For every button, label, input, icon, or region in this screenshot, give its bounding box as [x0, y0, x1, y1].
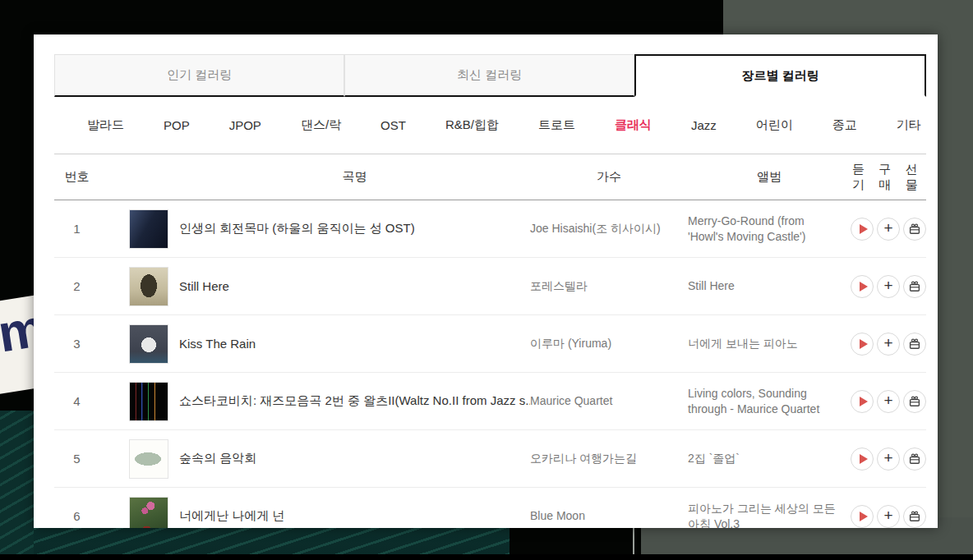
- song-title[interactable]: Kiss The Rain: [179, 337, 530, 351]
- gift-button[interactable]: [903, 505, 926, 528]
- purchase-button[interactable]: +: [877, 505, 900, 528]
- play-icon: [860, 339, 868, 349]
- album-art-cell: [99, 324, 179, 364]
- table-row: 2 Still Here 포레스텔라 Still Here +: [54, 258, 926, 315]
- add-icon: +: [883, 278, 892, 293]
- tab-genre-coloring[interactable]: 장르별 컬러링: [634, 54, 926, 97]
- header-gift: 선물: [906, 162, 926, 193]
- table-row: 3 Kiss The Rain 이루마 (Yiruma) 너에게 보내는 피아노…: [54, 315, 926, 373]
- listen-button[interactable]: [851, 333, 874, 356]
- gift-icon: [909, 511, 920, 522]
- purchase-button[interactable]: +: [877, 448, 900, 470]
- header-listen: 듣기: [852, 162, 873, 193]
- listen-button[interactable]: [851, 275, 874, 298]
- play-icon: [860, 512, 868, 521]
- gift-button[interactable]: [903, 448, 926, 470]
- genre-etc[interactable]: 기타: [877, 117, 938, 133]
- song-album[interactable]: 2집 `졸업`: [688, 451, 851, 466]
- tab-latest-coloring[interactable]: 최신 컬러링: [344, 54, 634, 97]
- header-title: 곡명: [179, 169, 530, 185]
- song-title[interactable]: 숲속의 음악회: [179, 451, 530, 466]
- gift-button[interactable]: [903, 333, 926, 356]
- gift-icon: [909, 453, 920, 465]
- album-art: [129, 324, 168, 364]
- genre-dance-rock[interactable]: 댄스/락: [281, 117, 361, 133]
- purchase-button[interactable]: +: [877, 218, 900, 241]
- song-actions: +: [851, 390, 926, 413]
- album-art: [129, 382, 168, 421]
- gift-button[interactable]: [903, 390, 926, 413]
- gift-icon: [909, 338, 920, 350]
- song-album[interactable]: 피아노가 그리는 세상의 모든 아침 Vol.3: [688, 501, 851, 528]
- genre-ballad[interactable]: 발라드: [67, 117, 144, 133]
- listen-button[interactable]: [851, 448, 874, 470]
- album-art-cell: [99, 382, 179, 421]
- genre-jazz[interactable]: Jazz: [671, 118, 736, 132]
- header-actions: 듣기 구매 선물: [851, 162, 926, 193]
- backdrop-teal-left: [0, 411, 34, 560]
- play-icon: [860, 454, 868, 464]
- song-album[interactable]: Merry-Go-Round (from 'Howl's Moving Cast…: [688, 213, 851, 245]
- header-number: 번호: [54, 169, 99, 185]
- song-title[interactable]: 너에게난 나에게 넌: [179, 508, 530, 524]
- genre-religion[interactable]: 종교: [813, 117, 877, 133]
- gift-button[interactable]: [903, 275, 926, 298]
- song-artist[interactable]: 포레스텔라: [530, 278, 688, 294]
- song-rank: 6: [54, 509, 99, 523]
- backdrop-black-strip: [0, 554, 973, 560]
- song-title[interactable]: Still Here: [179, 279, 530, 293]
- song-album[interactable]: Still Here: [688, 278, 851, 294]
- song-list: 1 인생의 회전목마 (하울의 움직이는 성 OST) Joe Hisaishi…: [54, 200, 926, 528]
- add-icon: +: [883, 450, 892, 466]
- song-artist[interactable]: 이루마 (Yiruma): [530, 336, 688, 351]
- header-artist: 가수: [530, 169, 688, 185]
- purchase-button[interactable]: +: [877, 275, 900, 298]
- song-album[interactable]: Living colors, Sounding through - Mauric…: [688, 386, 851, 417]
- song-artist[interactable]: 오카리나 여행가는길: [530, 451, 688, 466]
- genre-filter-bar: 발라드 POP JPOP 댄스/락 OST R&B/힙합 트로트 클래식 Jaz…: [54, 97, 926, 154]
- song-actions: +: [851, 448, 926, 470]
- album-art-cell: [99, 497, 179, 529]
- song-rank: 4: [54, 394, 99, 408]
- song-artist[interactable]: Blue Moon: [530, 508, 688, 524]
- song-title[interactable]: 쇼스타코비치: 재즈모음곡 2번 중 왈츠II(Waltz No.II from…: [179, 393, 530, 409]
- album-art: [129, 439, 168, 479]
- purchase-button[interactable]: +: [877, 390, 900, 413]
- tab-bar: 인기 컬러링 최신 컬러링 장르별 컬러링: [54, 54, 926, 97]
- play-icon: [860, 224, 868, 234]
- add-icon: +: [883, 220, 892, 236]
- song-rank: 2: [54, 279, 99, 293]
- genre-rnb-hiphop[interactable]: R&B/힙합: [426, 117, 519, 133]
- table-row: 4 쇼스타코비치: 재즈모음곡 2번 중 왈츠II(Waltz No.II fr…: [54, 373, 926, 430]
- table-row: 5 숲속의 음악회 오카리나 여행가는길 2집 `졸업` +: [54, 430, 926, 488]
- table-row: 6 너에게난 나에게 넌 Blue Moon 피아노가 그리는 세상의 모든 아…: [54, 488, 926, 528]
- gift-icon: [909, 396, 920, 407]
- listen-button[interactable]: [851, 505, 874, 528]
- album-art-cell: [99, 267, 179, 306]
- song-rank: 1: [54, 222, 99, 236]
- tab-popular-coloring[interactable]: 인기 컬러링: [54, 54, 344, 97]
- header-purchase: 구매: [878, 162, 899, 193]
- listen-button[interactable]: [851, 218, 874, 241]
- genre-pop[interactable]: POP: [144, 118, 210, 132]
- song-actions: +: [851, 333, 926, 356]
- album-art: [129, 267, 168, 306]
- song-artist[interactable]: Maurice Quartet: [530, 393, 688, 409]
- song-artist[interactable]: Joe Hisaishi(조 히사이시): [530, 221, 688, 236]
- song-album[interactable]: 너에게 보내는 피아노: [688, 336, 851, 351]
- genre-kids[interactable]: 어린이: [736, 117, 813, 133]
- coloring-chart-panel: 인기 컬러링 최신 컬러링 장르별 컬러링 발라드 POP JPOP 댄스/락 …: [34, 34, 938, 528]
- purchase-button[interactable]: +: [877, 333, 900, 356]
- header-album: 앨범: [688, 169, 851, 185]
- gift-button[interactable]: [903, 218, 926, 241]
- song-rank: 3: [54, 337, 99, 351]
- song-title[interactable]: 인생의 회전목마 (하울의 움직이는 성 OST): [179, 221, 530, 236]
- genre-jpop[interactable]: JPOP: [210, 118, 281, 132]
- gift-icon: [909, 223, 920, 235]
- table-row: 1 인생의 회전목마 (하울의 움직이는 성 OST) Joe Hisaishi…: [54, 200, 926, 258]
- genre-ost[interactable]: OST: [361, 118, 426, 132]
- genre-trot[interactable]: 트로트: [519, 117, 595, 133]
- genre-classic[interactable]: 클래식: [595, 117, 671, 133]
- listen-button[interactable]: [851, 390, 874, 413]
- play-icon: [860, 397, 868, 406]
